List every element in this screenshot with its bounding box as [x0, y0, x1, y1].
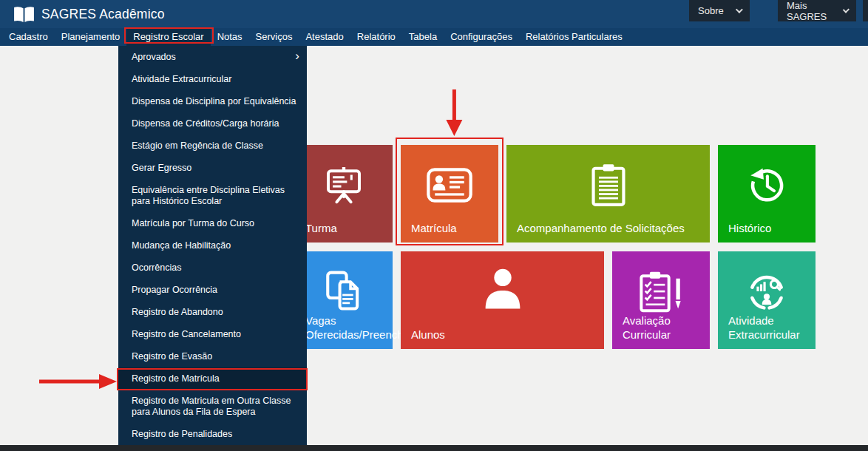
documents-icon	[295, 265, 393, 318]
presentation-board-icon	[295, 158, 393, 211]
menu-item-registro-penalidades[interactable]: Registro de Penalidades	[118, 423, 307, 445]
menu-item-registro-cancelamento[interactable]: Registro de Cancelamento	[118, 323, 307, 345]
checklist-pen-icon	[612, 265, 710, 318]
id-card-icon	[401, 158, 498, 211]
menu-item-label: Registro de Matrícula	[132, 373, 220, 384]
menu-item-propagar-ocorrencia[interactable]: Propagar Ocorrência	[118, 279, 307, 301]
menu-item-equivalencia-eletivas[interactable]: Equivalência entre Disciplina Eletivas p…	[118, 179, 307, 212]
chevron-down-icon	[843, 7, 850, 13]
menubar-item-planejamento[interactable]: Planejamento	[55, 28, 127, 46]
chevron-down-icon	[736, 6, 743, 13]
mais-sagres-dropdown-button[interactable]: Mais SAGRES	[778, 0, 856, 21]
menubar-item-atestado[interactable]: Atestado	[299, 28, 350, 46]
tile-label: Turma	[305, 221, 337, 235]
tile-alunos[interactable]: Alunos	[401, 251, 604, 349]
submenu-arrow-icon: ›	[295, 50, 299, 61]
menu-item-dispensa-creditos[interactable]: Dispensa de Créditos/Carga horária	[118, 112, 307, 135]
menu-item-registro-matricula[interactable]: Registro de Matrícula	[118, 367, 307, 390]
tile-label: Vagas Oferecidas/Preenchidas	[305, 313, 385, 342]
history-clock-icon	[718, 158, 816, 211]
taskbar-edge	[0, 445, 868, 451]
menubar-item-relatorios-particulares[interactable]: Relatórios Particulares	[519, 28, 629, 46]
menubar-item-relatorio[interactable]: Relatório	[350, 28, 402, 46]
open-book-logo-icon	[13, 6, 35, 23]
registro-escolar-dropdown-menu: Aprovados › Atividade Extracurricular Di…	[118, 46, 307, 445]
tile-acompanhamento-solicitacoes[interactable]: Acompanhamento de Solicitações	[506, 145, 710, 243]
menubar-item-registro-escolar[interactable]: Registro Escolar	[126, 28, 210, 46]
tile-turma[interactable]: Turma	[295, 145, 393, 243]
menu-item-registro-evasao[interactable]: Registro de Evasão	[118, 345, 307, 367]
menu-item-ocorrencias[interactable]: Ocorrências	[118, 257, 307, 279]
tile-label: Acompanhamento de Solicitações	[517, 221, 685, 235]
menu-item-gerar-egresso[interactable]: Gerar Egresso	[118, 157, 307, 179]
menu-item-mudanca-habilitacao[interactable]: Mudança de Habilitação	[118, 234, 307, 257]
person-icon	[401, 265, 604, 318]
tile-label: Matrícula	[411, 221, 457, 235]
menu-item-aprovados[interactable]: Aprovados ›	[118, 46, 307, 68]
main-menubar: Cadastro Planejamento Registro Escolar N…	[0, 28, 868, 46]
sobre-label: Sobre	[698, 5, 724, 16]
menubar-item-notas[interactable]: Notas	[211, 28, 249, 46]
menubar-item-cadastro[interactable]: Cadastro	[2, 28, 55, 46]
menu-item-dispensa-disciplina[interactable]: Dispensa de Disciplina por Equivalência	[118, 90, 307, 112]
annotation-arrow-down	[439, 87, 469, 138]
menubar-item-servicos[interactable]: Serviços	[249, 28, 299, 46]
mais-sagres-label: Mais SAGRES	[787, 0, 833, 22]
menu-item-registro-abandono[interactable]: Registro de Abandono	[118, 301, 307, 323]
menu-item-label: Aprovados	[132, 52, 176, 62]
tile-label: Atividade Extracurricular	[728, 313, 808, 342]
tile-historico[interactable]: Histórico	[718, 145, 816, 243]
partial-button-edge	[863, 0, 868, 21]
activity-circle-icon	[718, 265, 816, 318]
menubar-item-configuracoes[interactable]: Configurações	[444, 28, 519, 46]
menu-item-registro-matricula-outra-classe[interactable]: Registro de Matricula em Outra Classe pa…	[118, 390, 307, 423]
clipboard-icon	[506, 158, 710, 211]
menubar-item-tabela[interactable]: Tabela	[402, 28, 444, 46]
tile-label: Histórico	[728, 221, 771, 235]
menu-item-atividade-extracurricular[interactable]: Atividade Extracurricular	[118, 68, 307, 90]
dashboard-tiles: Turma Matrícula	[295, 145, 816, 349]
tile-atividade-extracurricular[interactable]: Atividade Extracurricular	[718, 251, 816, 349]
annotation-arrow-right	[37, 372, 118, 391]
tile-matricula[interactable]: Matrícula	[401, 145, 498, 243]
tile-avaliacao-curricular[interactable]: Avaliação Curricular	[612, 251, 710, 349]
app-title: SAGRES Acadêmico	[41, 7, 165, 22]
tile-vagas-oferecidas-preenchidas[interactable]: Vagas Oferecidas/Preenchidas	[295, 251, 393, 349]
menubar-item-label: Registro Escolar	[133, 31, 203, 42]
tile-label: Alunos	[411, 328, 445, 342]
menu-item-estagio-regencia[interactable]: Estágio em Regência de Classe	[118, 135, 307, 157]
menu-item-matricula-por-turma[interactable]: Matrícula por Turma do Curso	[118, 212, 307, 234]
sobre-dropdown-button[interactable]: Sobre	[689, 0, 750, 21]
tile-label: Avaliação Curricular	[623, 313, 702, 342]
